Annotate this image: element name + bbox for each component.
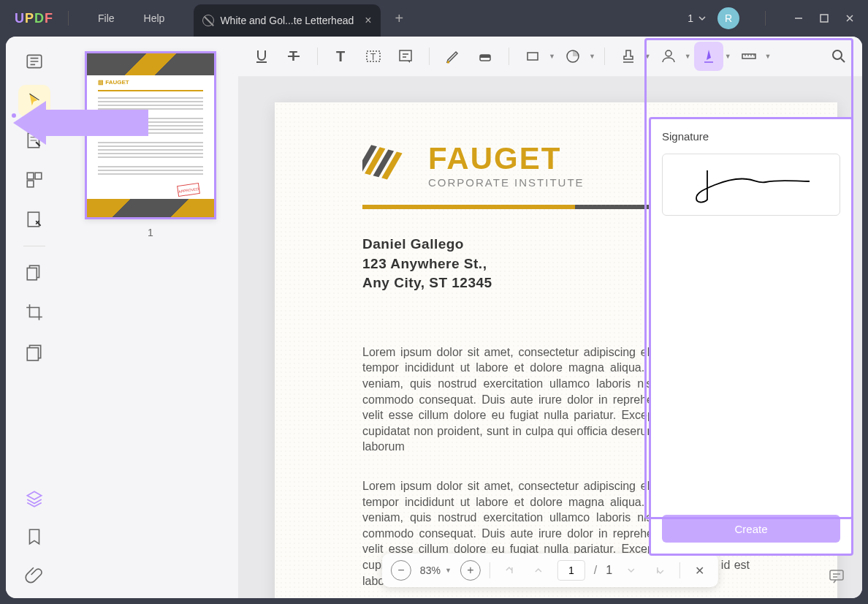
sidebar-fill-icon[interactable]	[18, 203, 50, 235]
chevron-down-icon: ▼	[725, 53, 731, 60]
sidebar-bottom	[6, 483, 63, 591]
tutorial-arrow	[13, 101, 46, 145]
prev-page-button[interactable]	[528, 560, 549, 581]
tool-text-icon[interactable]: T	[327, 42, 356, 71]
chevron-down-icon: ▼	[644, 53, 651, 60]
tool-signature-icon	[694, 42, 723, 71]
svg-rect-10	[27, 348, 38, 360]
page-navigator: − 83% ▼ + / 1 ✕	[382, 554, 718, 587]
tool-stamp-icon	[614, 42, 643, 71]
svg-text:T: T	[336, 48, 345, 64]
comments-panel-icon[interactable]	[826, 565, 848, 587]
tool-ruler-dropdown[interactable]: ▼	[734, 42, 772, 71]
signature-glyph-icon	[685, 163, 817, 207]
sidebar-layers-icon[interactable]	[18, 483, 50, 515]
tool-pencil-icon[interactable]	[438, 42, 468, 71]
tool-stamp-dropdown[interactable]: ▼	[614, 42, 651, 71]
tool-search-icon[interactable]	[824, 42, 853, 71]
tab-close-icon[interactable]: ×	[365, 14, 371, 27]
tab-title: White and Gol...te Letterhead	[220, 15, 354, 26]
zoom-out-button[interactable]: −	[391, 560, 411, 581]
tool-underline-icon[interactable]	[247, 42, 276, 71]
add-tab-button[interactable]: +	[395, 10, 404, 27]
svg-rect-21	[742, 54, 755, 58]
tool-signature-dropdown[interactable]: ▼	[694, 42, 731, 71]
sidebar-attachment-icon[interactable]	[18, 559, 50, 591]
sidebar-crop-icon[interactable]	[18, 296, 50, 328]
signature-panel-title: Signature	[662, 130, 840, 143]
chevron-down-icon: ▼	[765, 53, 772, 60]
document-canvas[interactable]: FAUGET CORPORATE INSTITUTE He 123 A Dani…	[238, 77, 862, 598]
titlebar: UPDF File Help White and Gol...te Letter…	[0, 0, 868, 37]
next-page-button[interactable]	[621, 560, 642, 581]
signature-panel: Signature Create	[649, 117, 853, 556]
chevron-down-icon	[698, 14, 707, 23]
toolbar-separator	[509, 48, 509, 65]
tab-doc-icon	[202, 15, 214, 26]
menu-file[interactable]: File	[98, 12, 115, 24]
thumbnail-page-number: 1	[74, 227, 227, 238]
sidebar-reader-icon[interactable]	[18, 45, 50, 78]
tool-note-icon[interactable]	[391, 42, 420, 71]
svg-rect-17	[480, 55, 490, 58]
document-tab[interactable]: White and Gol...te Letterhead ×	[194, 4, 380, 37]
svg-point-22	[833, 50, 842, 59]
sidebar-redact-icon[interactable]	[18, 336, 50, 368]
first-page-button[interactable]	[499, 560, 519, 581]
tool-sticker-dropdown[interactable]: ▼	[558, 42, 595, 71]
thumb-header-graphic	[87, 53, 214, 75]
pager-separator	[679, 562, 680, 578]
doc-brand-name: FAUGET	[428, 141, 585, 176]
sidebar-organize-icon[interactable]	[18, 164, 50, 196]
signature-create-button[interactable]: Create	[662, 515, 840, 543]
svg-rect-6	[28, 212, 39, 227]
doc-brand-subtitle: CORPORATE INSTITUTE	[428, 176, 585, 189]
page-total: 1	[606, 564, 612, 577]
menu-help[interactable]: Help	[144, 12, 165, 24]
tool-ruler-icon	[734, 42, 764, 71]
user-avatar[interactable]: R	[717, 7, 739, 29]
svg-rect-27	[830, 570, 843, 580]
tool-person-dropdown[interactable]: ▼	[654, 42, 691, 71]
titlebar-controls: 1 R	[688, 7, 857, 29]
last-page-button[interactable]	[650, 560, 671, 581]
window-close-icon[interactable]	[842, 13, 857, 23]
sidebar-pages-icon[interactable]	[18, 257, 50, 289]
signature-preview[interactable]	[662, 154, 840, 216]
chevron-down-icon: ▼	[445, 567, 452, 574]
toolbar-separator	[604, 48, 605, 65]
svg-rect-4	[35, 173, 42, 179]
zoom-in-button[interactable]: +	[460, 560, 481, 581]
svg-rect-18	[528, 53, 538, 60]
thumb-logo: ▧ FAUGET	[98, 79, 129, 86]
pager-close-button[interactable]: ✕	[689, 560, 709, 581]
page-number-input[interactable]	[557, 560, 585, 581]
tool-sticker-icon	[558, 42, 587, 71]
app-logo: UPDF	[15, 11, 53, 26]
divider	[765, 11, 766, 26]
zoom-level-dropdown[interactable]: 83% ▼	[420, 565, 452, 576]
tool-textbox-icon[interactable]: T	[359, 42, 388, 71]
tool-strikethrough-icon[interactable]: T	[279, 42, 308, 71]
main-area: ▧ FAUGET APPROVED 1 T T T	[6, 37, 862, 598]
thumb-footer-graphic	[87, 199, 214, 217]
tool-shape-dropdown[interactable]: ▼	[518, 42, 555, 71]
annotation-toolbar: T T T ▼ ▼ ▼ ▼ ▼ ▼	[238, 37, 862, 77]
toolbar-separator	[317, 48, 318, 65]
thumb-bar	[98, 90, 203, 91]
sidebar-separator	[23, 246, 45, 246]
tool-eraser-icon[interactable]	[471, 42, 500, 71]
svg-text:T: T	[370, 52, 376, 62]
svg-rect-8	[27, 268, 37, 280]
window-maximize-icon[interactable]	[817, 13, 831, 23]
doc-count[interactable]: 1	[688, 12, 707, 24]
window-minimize-icon[interactable]	[791, 13, 806, 23]
page-sep: /	[594, 564, 597, 577]
svg-point-20	[666, 50, 671, 56]
tool-rectangle-icon	[518, 42, 547, 71]
tool-person-icon	[654, 42, 683, 71]
doc-logo-icon	[362, 139, 414, 190]
toolbar-separator	[429, 48, 430, 65]
chevron-down-icon: ▼	[685, 53, 691, 60]
sidebar-bookmark-icon[interactable]	[18, 521, 50, 553]
